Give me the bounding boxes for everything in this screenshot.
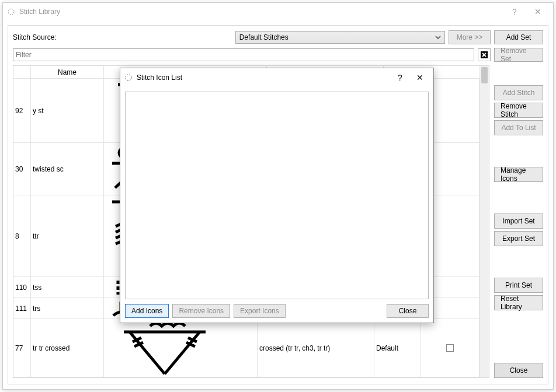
app-icon [6,7,16,16]
source-label: Stitch Source: [13,33,57,41]
vertical-scrollbar[interactable] [479,66,489,377]
top-row: Stitch Source: Default Stitches More >> … [13,30,543,44]
dialog-title: Stitch Icon List [137,74,182,82]
row-number: 8 [13,195,31,276]
filter-input[interactable] [13,48,474,61]
row-name: trs [31,298,104,318]
export-set-button[interactable]: Export Set [494,231,543,246]
add-set-button[interactable]: Add Set [494,30,543,44]
table-row[interactable]: 77 tr tr crossed [13,319,479,377]
close-button[interactable]: Close [494,363,543,378]
row-name: ttr [31,195,104,276]
manage-icons-button[interactable]: Manage Icons [494,167,543,182]
col-name-header[interactable]: Name [31,66,104,78]
sidebar: Add Stitch Remove Stitch Add To List Man… [494,65,543,378]
print-set-button[interactable]: Print Set [494,278,543,293]
main-window: Stitch Library ? ✕ Stitch Source: Defaul… [2,2,554,390]
stitch-icon [104,319,258,377]
dialog-body: Add Icons Remove Icons Export Icons Clos… [120,87,433,323]
svg-point-0 [8,9,14,15]
dialog-help-button[interactable]: ? [390,69,410,86]
main-titlebar: Stitch Library ? ✕ [3,3,553,20]
help-button[interactable]: ? [503,4,526,20]
row-number: 110 [13,277,31,298]
dialog-footer: Add Icons Remove Icons Export Icons Clos… [125,304,429,318]
svg-line-23 [130,332,165,374]
filter-row: Remove Set [13,48,543,62]
svg-line-24 [165,332,200,374]
reset-library-button[interactable]: Reset Library [494,295,543,310]
clear-filter-button[interactable] [478,48,491,61]
icon-list-dialog: Stitch Icon List ? ✕ Add Icons Remove Ic… [120,68,434,323]
remove-icons-button[interactable]: Remove Icons [172,304,230,318]
svg-point-29 [126,75,131,80]
source-combo[interactable]: Default Stitches [235,31,445,44]
row-name: twisted sc [31,143,104,195]
dialog-titlebar: Stitch Icon List ? ✕ [120,68,433,87]
scroll-thumb[interactable] [481,67,488,83]
row-desc: crossed (tr tr, ch3, tr tr) [258,319,374,377]
add-stitch-button[interactable]: Add Stitch [494,85,543,100]
row-name: y st [31,79,104,142]
row-check [421,319,479,377]
close-window-button[interactable]: ✕ [526,4,550,20]
row-set: Default [374,319,421,377]
dialog-close-action[interactable]: Close [387,304,429,318]
remove-set-button[interactable]: Remove Set [494,48,543,62]
remove-stitch-button[interactable]: Remove Stitch [494,103,543,118]
add-to-list-button[interactable]: Add To List [494,120,543,135]
icon-list[interactable] [125,92,429,299]
window-title: Stitch Library [19,8,60,16]
row-number: 77 [13,319,31,377]
row-name: tr tr crossed [31,319,104,377]
row-number: 92 [13,79,31,142]
export-icons-button[interactable]: Export Icons [234,304,286,318]
app-icon [124,73,133,82]
row-name: tss [31,277,104,298]
import-set-button[interactable]: Import Set [494,214,543,229]
dialog-close-button[interactable]: ✕ [410,69,430,86]
row-number: 111 [13,298,31,318]
clear-icon [480,51,488,59]
chevron-down-icon [435,36,441,39]
col-number-header[interactable] [13,66,31,78]
row-checkbox[interactable] [446,344,454,352]
row-number: 30 [13,143,31,195]
add-icons-button[interactable]: Add Icons [125,304,169,318]
combo-value: Default Stitches [239,33,289,41]
more-button[interactable]: More >> [449,30,491,44]
